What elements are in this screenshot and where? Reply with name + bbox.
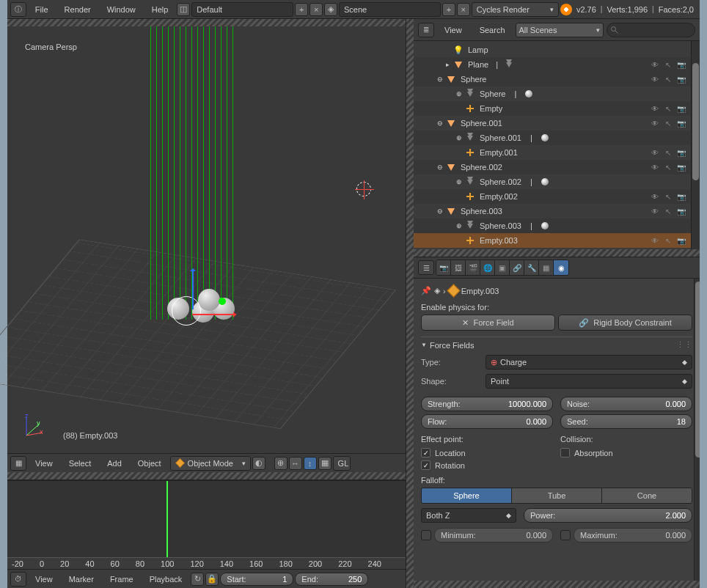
- scene-browse-icon[interactable]: ◈: [324, 3, 337, 16]
- scrollbar[interactable]: [691, 41, 700, 249]
- renderable-icon[interactable]: 📷: [676, 191, 686, 202]
- lock-range-icon[interactable]: 🔒: [205, 573, 219, 586]
- visibility-icon[interactable]: 👁: [650, 74, 660, 84]
- render-tab-icon[interactable]: 📷: [436, 260, 451, 275]
- renderable-icon[interactable]: 📷: [676, 74, 686, 84]
- manipulator-toggle-icon[interactable]: ↔: [289, 457, 302, 470]
- editor-type-3dview-icon[interactable]: ▦: [10, 456, 26, 471]
- rigid-body-constraint-button[interactable]: 🔗Rigid Body Constraint: [558, 315, 692, 331]
- manipulator-translate-icon[interactable]: ↕: [304, 457, 317, 470]
- z-direction-select[interactable]: Both Z◆: [421, 508, 516, 523]
- falloff-sphere-tab[interactable]: Sphere: [422, 488, 512, 503]
- flow-field[interactable]: Flow:0.000: [421, 414, 553, 429]
- manipulator-x-axis[interactable]: [192, 314, 236, 315]
- outliner-view-menu[interactable]: View: [437, 23, 469, 37]
- use-min-checkbox[interactable]: [421, 530, 431, 540]
- timeline-playback-menu[interactable]: Playback: [142, 572, 190, 587]
- renderable-icon[interactable]: 📷: [676, 59, 686, 70]
- noise-field[interactable]: Noise:0.000: [560, 397, 692, 411]
- outliner-row[interactable]: ⊕Sphere.002|: [414, 174, 700, 189]
- use-max-checkbox[interactable]: [560, 530, 571, 540]
- power-field[interactable]: Power:2.000: [524, 508, 692, 523]
- manipulator-z-axis[interactable]: [192, 270, 194, 309]
- area-splitter[interactable]: [414, 581, 700, 588]
- visibility-icon[interactable]: 👁: [650, 118, 660, 128]
- layers-icon[interactable]: ▦: [318, 457, 331, 470]
- menu-file[interactable]: File: [28, 2, 56, 17]
- outliner-search-menu[interactable]: Search: [472, 23, 513, 37]
- object-tab-icon[interactable]: ▣: [495, 260, 510, 275]
- maximum-field[interactable]: Maximum:0.000: [574, 528, 692, 543]
- force-fields-panel-header[interactable]: ▼Force Fields⋮⋮: [421, 337, 692, 353]
- sync-mode-icon[interactable]: ↻: [191, 573, 204, 586]
- shape-select[interactable]: Point◆: [486, 374, 692, 389]
- scrollbar-thumb[interactable]: [692, 63, 699, 180]
- visibility-icon[interactable]: 👁: [650, 235, 660, 246]
- absorption-checkbox[interactable]: ✓: [560, 448, 570, 457]
- selectable-icon[interactable]: ↖: [663, 74, 673, 84]
- visibility-icon[interactable]: 👁: [650, 206, 660, 216]
- orientation-select[interactable]: GL: [333, 456, 351, 471]
- pivot-point-icon[interactable]: ⊕: [274, 457, 287, 470]
- constraints-tab-icon[interactable]: 🔗: [510, 260, 524, 275]
- menu-window[interactable]: Window: [100, 2, 143, 17]
- scene-remove-icon[interactable]: ×: [457, 3, 470, 16]
- falloff-cone-tab[interactable]: Cone: [602, 488, 692, 503]
- visibility-icon[interactable]: 👁: [650, 162, 660, 172]
- type-select[interactable]: ⊕Charge◆: [486, 355, 692, 370]
- sphere-object[interactable]: [198, 289, 220, 311]
- renderable-icon[interactable]: 📷: [676, 103, 686, 114]
- layout-add-icon[interactable]: +: [295, 3, 308, 16]
- 3d-viewport[interactable]: Camera Persp z y x: [7, 26, 406, 453]
- force-field-button[interactable]: ✕Force Field: [421, 315, 555, 331]
- outliner-row[interactable]: 💡Lamp: [414, 43, 700, 57]
- editor-type-timeline-icon[interactable]: ⏱: [10, 572, 26, 587]
- physics-tab-icon[interactable]: ◉: [554, 260, 568, 275]
- area-splitter[interactable]: [7, 19, 406, 26]
- renderable-icon[interactable]: 📷: [676, 235, 686, 246]
- selectable-icon[interactable]: ↖: [663, 118, 673, 128]
- scrollbar-thumb[interactable]: [695, 282, 700, 457]
- scene-add-icon[interactable]: +: [442, 3, 455, 16]
- selectable-icon[interactable]: ↖: [663, 162, 673, 172]
- selectable-icon[interactable]: ↖: [663, 147, 673, 158]
- view-menu[interactable]: View: [28, 456, 60, 471]
- outliner-row[interactable]: ⊕Sphere.001|: [414, 131, 700, 145]
- location-checkbox[interactable]: ✓: [421, 448, 431, 457]
- select-menu[interactable]: Select: [62, 456, 99, 471]
- manipulator-y-axis[interactable]: [219, 298, 226, 305]
- visibility-icon[interactable]: 👁: [650, 191, 660, 202]
- timeline-ruler[interactable]: -20020406080100120140160180200220240: [7, 557, 406, 569]
- rotation-checkbox[interactable]: ✓: [421, 460, 431, 470]
- outliner-search-input[interactable]: [607, 23, 695, 37]
- outliner-tree[interactable]: 💡Lamp▸Plane|👁↖📷⊖Sphere👁↖📷⊕Sphere|Empty👁↖…: [414, 41, 700, 249]
- object-menu[interactable]: Object: [131, 456, 169, 471]
- screen-layout-select[interactable]: Default: [191, 2, 293, 17]
- start-frame-field[interactable]: Start:1: [220, 573, 293, 586]
- outliner-row[interactable]: Empty👁↖📷: [414, 101, 700, 116]
- seed-field[interactable]: Seed:18: [560, 414, 692, 429]
- render-engine-select[interactable]: Cycles Render▾: [472, 2, 559, 17]
- outliner-row[interactable]: ⊕Sphere|: [414, 87, 700, 101]
- area-splitter[interactable]: [414, 249, 700, 257]
- outliner-row[interactable]: ⊖Sphere.001👁↖📷: [414, 116, 700, 131]
- world-tab-icon[interactable]: 🌐: [480, 260, 495, 275]
- area-splitter[interactable]: [406, 19, 414, 588]
- outliner-row[interactable]: Empty.002👁↖📷: [414, 189, 700, 204]
- timeline-track[interactable]: [7, 480, 406, 557]
- expand-icon[interactable]: ▸: [443, 60, 452, 69]
- selectable-icon[interactable]: ↖: [663, 206, 673, 216]
- mode-select[interactable]: Object Mode▾: [170, 456, 251, 471]
- renderable-icon[interactable]: 📷: [676, 118, 686, 128]
- playhead[interactable]: [166, 481, 168, 557]
- collapse-icon[interactable]: ⊖: [436, 207, 444, 216]
- outliner-row[interactable]: ▸Plane|👁↖📷: [414, 57, 700, 72]
- modifiers-tab-icon[interactable]: 🔧: [524, 260, 539, 275]
- selectable-icon[interactable]: ↖: [663, 59, 673, 70]
- selectable-icon[interactable]: ↖: [663, 235, 673, 246]
- editor-type-info-icon[interactable]: ⓘ: [10, 2, 26, 17]
- area-splitter[interactable]: [7, 472, 406, 479]
- scrollbar[interactable]: [694, 279, 700, 581]
- visibility-icon[interactable]: 👁: [650, 147, 660, 158]
- layout-split-icon[interactable]: ◫: [177, 3, 190, 16]
